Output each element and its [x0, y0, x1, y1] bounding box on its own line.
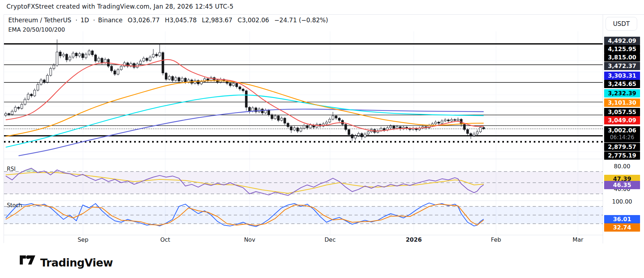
tradingview-logo-icon [20, 255, 36, 270]
candle-down [91, 51, 93, 55]
candle-up [473, 134, 475, 136]
candle-up [325, 122, 328, 124]
candle-up [37, 85, 39, 90]
candle-up [329, 119, 331, 122]
candle-up [11, 111, 13, 114]
time-axis-label-nov: Nov [244, 236, 255, 243]
candle-up [380, 128, 382, 131]
candle-down [111, 66, 113, 71]
candle-down [94, 55, 97, 61]
countdown-timer: 06:14:26 [604, 134, 640, 141]
low-value: L2,983.67 [202, 17, 232, 24]
page: CryptoFXStreet created with TradingView.… [0, 0, 644, 278]
attribution-header: CryptoFXStreet created with TradingView.… [6, 3, 233, 10]
candle-down [59, 52, 61, 56]
title-separator: · [93, 17, 95, 24]
candle-down [207, 79, 209, 81]
candle-up [396, 127, 398, 128]
candle-up [479, 127, 482, 132]
candle-up [309, 125, 311, 128]
current-price-label: 3,002.0606:14:26 [604, 126, 640, 142]
candle-up [40, 80, 42, 85]
candle-down [146, 58, 148, 60]
candle-down [271, 115, 273, 119]
price-axis-label: 2,879.57 [604, 143, 640, 151]
candle-down [18, 107, 20, 108]
candle-up [390, 126, 392, 128]
price-axis-label: 4,492.09 [604, 37, 640, 45]
candle-down [82, 54, 84, 58]
candle-down [277, 116, 279, 120]
candle-up [200, 82, 203, 84]
candle-up [120, 66, 122, 70]
currency-toggle-button[interactable]: USDT [606, 17, 637, 31]
time-axis[interactable]: SepOctNovDec2026FebMar [4, 235, 603, 243]
candle-up [444, 120, 446, 121]
chart-pane[interactable] [4, 15, 644, 243]
candle-up [98, 58, 100, 61]
candle-up [152, 54, 154, 57]
rsi-axis-label: 80.00 [604, 162, 640, 170]
candle-up [175, 78, 177, 81]
interval-label: 1D [80, 17, 89, 24]
candle-down [162, 53, 164, 73]
tradingview-logo-text: TradingView [40, 256, 113, 269]
candle-up [62, 54, 65, 56]
candle-down [470, 133, 472, 136]
candle-up [476, 132, 478, 134]
price-axis[interactable]: 4,492.094,125.953,815.003,472.373,303.31… [603, 15, 644, 243]
candle-up [332, 116, 334, 119]
ema-value-label: 3,049.09 [604, 116, 640, 124]
candle-down [463, 124, 465, 129]
candle-up [300, 128, 302, 131]
candle-up [364, 134, 366, 137]
candle-down [245, 91, 247, 107]
candle-up [450, 119, 453, 121]
price-axis-label: 2,775.19 [604, 151, 640, 160]
time-axis-label-feb: Feb [491, 236, 501, 243]
candle-down [184, 78, 186, 82]
candle-up [88, 51, 90, 54]
candle-down [165, 73, 167, 79]
candle-down [345, 124, 347, 129]
candle-down [438, 122, 440, 123]
rsi-value-label: 46.35 [604, 181, 640, 189]
candle-up [69, 57, 71, 60]
high-value: H3,045.78 [165, 17, 197, 24]
title-block: Ethereum / TetherUS · 1D · Binance O3,02… [8, 17, 331, 33]
price-axis-label: 3,815.00 [604, 53, 640, 61]
candle-up [293, 128, 296, 130]
price-axis-label: 3,472.37 [604, 62, 640, 70]
price-axis-label: 3,245.65 [604, 80, 640, 88]
ema-value-label: 3,232.39 [604, 89, 640, 97]
candle-down [290, 127, 292, 130]
candle-up [72, 53, 74, 57]
chart-canvas[interactable] [4, 15, 603, 243]
candle-up [21, 104, 23, 108]
candle-down [261, 109, 263, 113]
candle-up [53, 65, 55, 69]
candle-up [24, 99, 26, 104]
candle-up [367, 132, 369, 134]
candle-up [435, 122, 437, 124]
candle-down [287, 123, 289, 127]
candle-up [274, 116, 276, 119]
time-axis-label-mar: Mar [573, 236, 583, 243]
chart-frame: Ethereum / TetherUS · 1D · Binance O3,02… [4, 14, 644, 243]
candle-down [30, 94, 32, 96]
candle-up [14, 107, 17, 111]
ema-100-line [6, 95, 484, 147]
candle-down [361, 133, 363, 137]
candle-down [306, 126, 308, 128]
ema-indicator-label: EMA 20/50/100/200 [8, 26, 331, 33]
candle-up [50, 68, 52, 75]
candle-down [467, 129, 469, 133]
candle-up [149, 57, 151, 61]
candle-down [383, 128, 385, 130]
candle-up [143, 58, 145, 61]
candle-down [348, 129, 350, 135]
candle-down [268, 110, 270, 115]
candle-down [43, 80, 45, 82]
candle-down [114, 71, 116, 74]
price-axis-label: 4,125.95 [604, 45, 640, 53]
